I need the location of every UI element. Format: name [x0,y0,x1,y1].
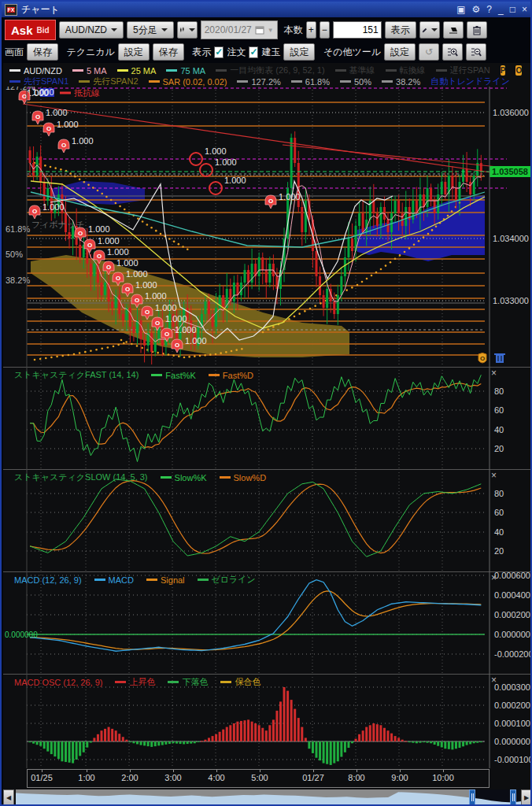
legend-badge-P[interactable]: P [501,65,506,76]
display-settings-button[interactable]: 設定 [283,43,315,61]
window-controls: ▣⚙?_□× [456,4,527,15]
delete-markers-trash-icon[interactable] [494,354,505,363]
marker-toggle-shield-icon[interactable]: O [478,353,486,364]
position-price-label: 1.000 [42,202,65,212]
time-axis-label: 10:00 [432,773,454,782]
svg-text:O: O [106,264,111,271]
date-caret-icon: ▼ [268,27,274,34]
count-label: 本数 [284,24,303,37]
axis-label: 0.000600 [494,571,530,580]
position-marker-pin[interactable]: O1.000 [58,136,94,153]
axis-label: 40 [494,425,504,434]
order-checkbox-label[interactable]: 注文 [227,46,246,59]
legend-swatch [72,69,83,72]
technical-save-button[interactable]: 保存 [153,43,184,61]
navigator-scroll-left[interactable]: ◀ [3,789,14,805]
navigator-scroll-right[interactable]: ▶ [521,789,532,805]
svg-text:O: O [46,125,51,132]
stoch-fast-close-button[interactable]: × [491,369,497,377]
position-price-label: 1.000 [98,236,120,246]
legend-badge-O[interactable]: O [515,65,522,76]
window-popup-button[interactable]: ▣ [456,4,465,15]
legend-label: 61.8% [305,77,330,87]
osc-close-button[interactable]: × [491,676,497,684]
legend-item: 基準線 [335,65,375,76]
position-marker-pin[interactable]: O1.000 [265,192,301,209]
count-input[interactable] [333,21,382,39]
legend-item: AUD/NZD [9,66,62,76]
history-button[interactable]: ↺ [419,43,439,61]
window-title: チャート [21,3,60,17]
other-tools-label: その他ツール [323,46,381,59]
toolbar-row-2: 画面 保存 テクニカル 設定 保存 表示 注文 建玉 設定 その他ツール 設定 … [5,41,527,63]
count-minus-button[interactable]: − [320,21,330,39]
pencil-button[interactable] [419,21,440,39]
position-price-label: 1.000 [135,280,157,290]
legend-swatch [117,69,128,72]
legend-swatch [237,80,248,83]
display-button[interactable]: 表示 [385,21,416,39]
legend-label: 先行SPAN2 [93,76,138,87]
time-axis-label: 4:00 [208,773,224,782]
ask-bid-toggle[interactable]: Ask Bid [5,20,56,40]
svg-text:O: O [61,142,66,149]
svg-text:O: O [22,93,27,100]
svg-text:O: O [78,230,83,237]
zoom-out-icon [471,46,482,57]
svg-text:O: O [164,331,169,338]
window-minimize-button[interactable]: _ [498,4,504,15]
window-close-button[interactable]: × [522,4,527,15]
time-axis-label: 01/27 [302,773,324,782]
window-help-button[interactable]: ? [486,4,492,15]
screen-save-button[interactable]: 保存 [27,43,58,61]
position-checkbox[interactable] [249,46,258,58]
stoch-slow-panel-chart[interactable]: 80604020 [3,469,532,571]
chart-region: AUD/NZD5 MA25 MA75 MA一目均衡表 (26, 9, 52, 1… [3,63,532,806]
title-bar[interactable]: FX チャート ▣⚙?_□× [2,2,530,17]
legend-item: 先行SPAN1 [9,76,68,87]
window-maximize-button[interactable]: □ [510,4,515,15]
bid-label[interactable]: Bid [37,26,50,35]
legend-item: 転換線 [386,65,426,76]
pencil-icon [422,25,427,35]
legend-swatch [149,80,160,83]
time-axis-label: 01/25 [31,773,53,782]
window-settings-button[interactable]: ⚙ [472,4,481,15]
position-checkbox-label[interactable]: 建玉 [261,46,280,59]
osc-panel-chart[interactable]: 0.0003000.0002000.0001000.000000-0.00010… [3,674,532,768]
navigator-handle-right[interactable] [510,789,516,805]
eraser-button[interactable] [443,21,464,39]
position-price-label: 1.000 [72,136,94,146]
other-tools-settings-button[interactable]: 設定 [384,43,416,61]
svg-text:O: O [87,242,92,249]
position-price-label: 1.000 [116,258,139,268]
technical-settings-button[interactable]: 設定 [118,43,150,61]
legend-item: 50% [340,77,371,87]
count-plus-button[interactable]: + [306,21,316,39]
order-price-label: 1.000 [205,146,227,156]
chart-window: FX チャート ▣⚙?_□× Ask Bid AUD/NZD 5分足 2020/… [0,0,532,806]
macd-close-button[interactable]: × [491,574,497,582]
timeframe-select[interactable]: 5分足 [127,21,174,39]
main-price-chart[interactable]: 1.0360001.0340001.0330001.035058127.2%61… [3,87,532,367]
stoch-slow-close-button[interactable]: × [491,471,497,479]
chart-type-button[interactable] [177,21,198,39]
zoom-in-button[interactable] [442,43,463,61]
legend-label: 38.2% [396,77,420,87]
time-axis-label: 9:00 [391,773,408,782]
ask-label[interactable]: Ask [11,24,33,37]
svg-text:O: O [116,275,120,282]
delete-drawing-button[interactable] [467,21,487,39]
order-checkbox[interactable] [214,46,224,58]
navigator-minimap[interactable] [3,789,532,806]
navigator-handle-left[interactable] [469,789,475,805]
legend-swatch [291,80,302,83]
position-marker-pin[interactable]: O1.000 [43,120,79,136]
pair-select[interactable]: AUD/NZD [59,21,124,39]
zoom-out-button[interactable] [466,43,486,61]
legend-swatch [9,80,20,83]
stoch-fast-panel-chart[interactable]: 80604020 [3,367,532,469]
position-marker-pin[interactable]: O1.000 [29,202,65,219]
macd-panel-chart[interactable]: 0.0006000.0004000.0002000.000000-0.00020… [3,571,532,674]
date-field: 2020/01/27 ▼ [201,20,278,39]
